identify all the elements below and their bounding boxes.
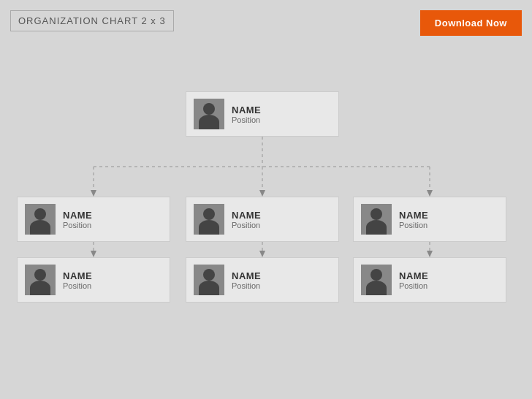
card-l3-1-name: NAME xyxy=(63,270,92,281)
card-root-position: Position xyxy=(232,115,261,124)
avatar-l2-2 xyxy=(194,204,224,235)
card-l2-2-position: Position xyxy=(232,221,261,229)
svg-marker-5 xyxy=(259,190,265,197)
svg-marker-9 xyxy=(91,251,96,257)
download-button[interactable]: Download Now xyxy=(420,10,522,36)
svg-marker-3 xyxy=(91,190,96,197)
card-l3-2-position: Position xyxy=(232,281,261,290)
card-l2-2: NAME Position xyxy=(186,197,339,242)
avatar-l3-2 xyxy=(194,265,224,295)
svg-marker-7 xyxy=(427,190,433,197)
svg-marker-13 xyxy=(427,251,433,257)
card-l2-3-position: Position xyxy=(399,221,428,229)
card-l3-1: NAME Position xyxy=(17,257,170,303)
card-l3-2: NAME Position xyxy=(186,257,339,303)
avatar-l2-1 xyxy=(25,204,56,235)
svg-marker-11 xyxy=(259,251,265,257)
chart-title: ORGANIZATION CHART 2 x 3 xyxy=(10,10,174,31)
card-l3-1-position: Position xyxy=(63,281,92,290)
card-l2-1-position: Position xyxy=(63,221,92,229)
org-chart: NAME Position NAME Position NAME Positio… xyxy=(0,44,532,399)
card-l3-3-name: NAME xyxy=(399,270,428,281)
silhouette-root xyxy=(194,99,224,129)
avatar-l3-3 xyxy=(361,265,392,295)
card-root-name: NAME xyxy=(232,104,261,115)
card-l2-1: NAME Position xyxy=(17,197,170,242)
card-l2-2-name: NAME xyxy=(232,210,261,221)
card-l2-3: NAME Position xyxy=(353,197,506,242)
avatar-l2-3 xyxy=(361,204,392,235)
card-l3-3-position: Position xyxy=(399,281,428,290)
card-l2-3-name: NAME xyxy=(399,210,428,221)
header: ORGANIZATION CHART 2 x 3 Download Now xyxy=(0,0,532,36)
card-l3-3: NAME Position xyxy=(353,257,506,303)
card-l2-1-name: NAME xyxy=(63,210,92,221)
card-root: NAME Position xyxy=(186,91,339,137)
avatar-root xyxy=(194,99,224,129)
avatar-l3-1 xyxy=(25,265,56,295)
card-l3-2-name: NAME xyxy=(232,270,261,281)
